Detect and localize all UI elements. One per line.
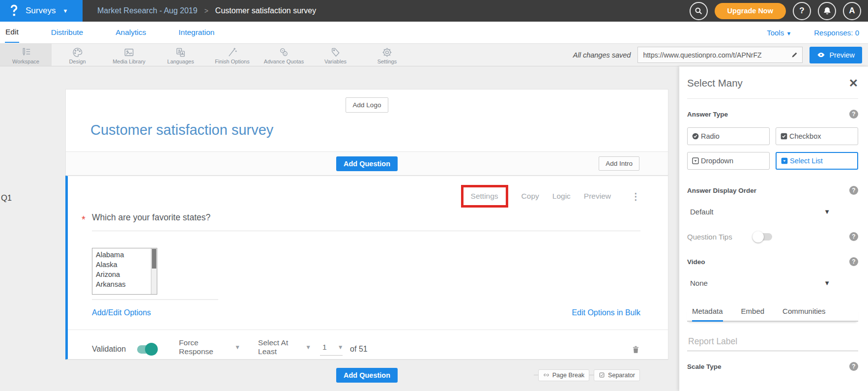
question-settings-panel: Select Many ✕ Answer Type ? Radio Checkb…	[679, 66, 868, 391]
validation-type-select[interactable]: Force Response ▼	[176, 338, 243, 360]
toolbar-item-finish-options[interactable]: Finish Options	[206, 44, 258, 66]
close-icon[interactable]: ✕	[849, 79, 858, 87]
video-select[interactable]: None ▼	[690, 279, 830, 287]
answer-type-select-list[interactable]: Select List	[776, 152, 858, 170]
eye-icon	[817, 51, 825, 59]
scrollbar-thumb[interactable]	[152, 249, 156, 269]
add-question-button-top[interactable]: Add Question	[336, 156, 398, 171]
add-edit-options-link[interactable]: Add/Edit Options	[92, 308, 151, 317]
add-logo-button[interactable]: Add Logo	[346, 97, 389, 113]
notifications-button[interactable]	[818, 2, 836, 20]
edit-options-in-bulk-link[interactable]: Edit Options in Bulk	[572, 308, 640, 317]
edit-toolbar: Workspace Design Media Library Languages…	[0, 43, 868, 66]
question-text-field[interactable]: Which are your favorite states?	[92, 212, 640, 231]
survey-url-input[interactable]	[638, 51, 791, 59]
question-number: Q1	[1, 193, 12, 203]
list-item[interactable]: Arkansas	[96, 279, 151, 289]
question-text[interactable]: Which are your favorite states?	[92, 212, 640, 223]
edit-url-pencil-icon[interactable]	[791, 51, 802, 59]
help-icon[interactable]: ?	[849, 232, 858, 241]
add-intro-button[interactable]: Add Intro	[599, 156, 639, 171]
avatar[interactable]: A	[843, 2, 861, 20]
survey-editor: Q1 Add Logo Customer satisfaction survey…	[0, 66, 679, 391]
toolbar-item-advance-quotas[interactable]: Advance Quotas	[258, 44, 310, 66]
chevron-down-icon: ▼	[234, 344, 240, 351]
validation-rule-select[interactable]: Select At Least ▼	[256, 338, 314, 360]
tab-integration[interactable]: Integration	[178, 23, 215, 42]
answer-type-checkbox[interactable]: Checkbox	[776, 127, 858, 145]
connector-line	[534, 375, 538, 375]
answer-select-list[interactable]: Alabama Alaska Arizona Arkansas	[92, 248, 157, 295]
chevron-down-icon: ▼	[62, 8, 68, 14]
chain-links-icon	[278, 46, 289, 58]
list-item[interactable]: Alabama	[96, 250, 151, 260]
content-area: Q1 Add Logo Customer satisfaction survey…	[0, 66, 868, 391]
toolbar-item-variables[interactable]: Variables	[310, 44, 361, 66]
validation-count-select[interactable]: 1 ▼	[320, 343, 343, 356]
toolbar-item-design[interactable]: Design	[52, 44, 103, 66]
breadcrumb-folder[interactable]: Market Research - Aug 2019	[97, 6, 198, 15]
survey-title[interactable]: Customer satisfaction survey	[90, 122, 273, 138]
help-icon[interactable]: ?	[849, 186, 858, 195]
chevron-down-icon: ▼	[338, 344, 344, 351]
toolbar-right: All changes saved Preview	[573, 44, 868, 66]
answer-display-order-header: Answer Display Order ?	[687, 186, 858, 195]
chevron-down-icon: ▼	[824, 208, 830, 215]
main-nav: Edit Distribute Analytics Integration To…	[0, 22, 868, 43]
upgrade-now-button[interactable]: Upgrade Now	[715, 3, 786, 19]
video-value: None	[690, 279, 708, 287]
survey-header-card: Add Logo Customer satisfaction survey	[65, 89, 668, 152]
help-button[interactable]: ?	[793, 2, 811, 20]
responses-count: Responses: 0	[814, 29, 859, 37]
preview-button[interactable]: Preview	[810, 47, 862, 63]
listbox-scrollbar[interactable]	[151, 248, 157, 294]
workspace-icon	[20, 46, 31, 58]
toolbar-item-settings[interactable]: Settings	[361, 44, 413, 66]
question-logic-button[interactable]: Logic	[552, 192, 571, 201]
report-label-input[interactable]	[687, 334, 858, 351]
question-tips-toggle[interactable]	[753, 233, 772, 241]
tab-embed[interactable]: Embed	[741, 307, 765, 321]
breadcrumb: Market Research - Aug 2019 > Customer sa…	[83, 6, 316, 15]
answer-underline	[92, 299, 218, 300]
question-card: Settings Copy Logic Preview ⋮ * Which ar…	[65, 176, 668, 360]
connector-line	[589, 375, 594, 375]
delete-question-button[interactable]	[631, 345, 640, 354]
tag-icon	[330, 46, 341, 58]
save-status: All changes saved	[573, 51, 631, 59]
nav-right: Tools ▼ Responses: 0	[767, 29, 859, 37]
toolbar-item-media-library[interactable]: Media Library	[103, 44, 155, 66]
help-icon[interactable]: ?	[849, 362, 858, 371]
separator-button[interactable]: Separator	[594, 369, 640, 381]
help-icon[interactable]: ?	[849, 257, 858, 266]
list-item[interactable]: Arizona	[96, 270, 151, 279]
toolbar-item-label: Workspace	[12, 59, 39, 64]
page-break-button[interactable]: Page Break	[538, 369, 589, 381]
question-settings-button[interactable]: Settings	[461, 185, 508, 208]
list-item[interactable]: Alaska	[96, 260, 151, 270]
validation-toggle[interactable]	[137, 345, 157, 354]
answer-type-option-label: Dropdown	[701, 157, 733, 165]
tab-metadata[interactable]: Metadata	[692, 307, 723, 322]
question-copy-button[interactable]: Copy	[521, 192, 539, 201]
help-icon[interactable]: ?	[849, 110, 858, 119]
tab-edit[interactable]: Edit	[5, 22, 19, 43]
add-question-button-bottom[interactable]: Add Question	[336, 368, 398, 383]
surveys-menu[interactable]: Surveys ▼	[0, 0, 83, 22]
tools-menu[interactable]: Tools ▼	[767, 29, 791, 37]
answer-type-dropdown[interactable]: Dropdown	[687, 152, 770, 170]
select-list-icon	[781, 157, 788, 165]
question-menu: Settings Copy Logic Preview ⋮	[68, 176, 668, 205]
tab-communities[interactable]: Communities	[782, 307, 826, 321]
tab-analytics[interactable]: Analytics	[115, 23, 146, 42]
answer-type-radio[interactable]: Radio	[687, 127, 770, 145]
of-total-label: of 51	[350, 345, 368, 354]
search-button[interactable]	[690, 2, 708, 20]
toolbar-item-languages[interactable]: Languages	[155, 44, 206, 66]
required-asterisk: *	[82, 212, 92, 225]
question-preview-button[interactable]: Preview	[584, 192, 611, 201]
answer-display-order-select[interactable]: Default ▼	[690, 208, 830, 216]
more-options-icon[interactable]: ⋮	[631, 191, 640, 202]
toolbar-item-workspace[interactable]: Workspace	[0, 44, 52, 66]
tab-distribute[interactable]: Distribute	[51, 23, 84, 42]
